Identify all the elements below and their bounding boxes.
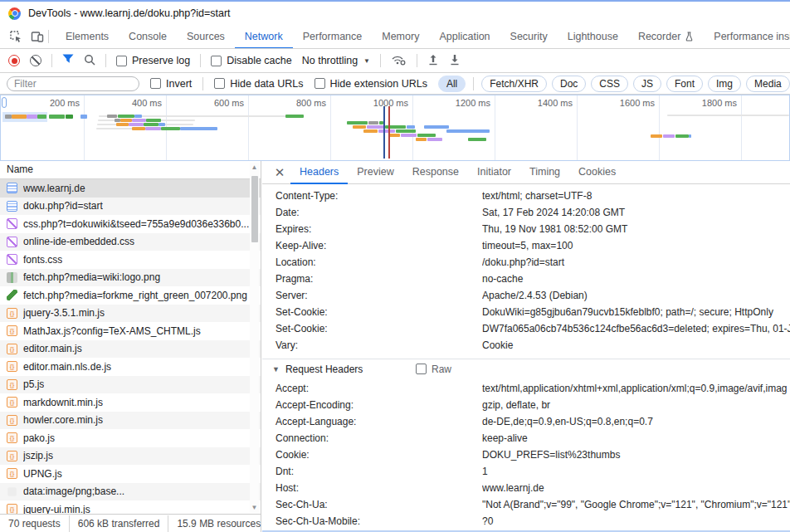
timeline-gridline bbox=[330, 95, 331, 160]
preserve-log-checkbox[interactable] bbox=[116, 56, 127, 66]
request-row[interactable]: editor.main.nls.de.js bbox=[0, 358, 261, 376]
tab-network[interactable]: Network bbox=[235, 25, 293, 49]
filter-type-font[interactable]: Font bbox=[666, 76, 703, 92]
waterfall-bar bbox=[107, 115, 117, 118]
request-row[interactable]: online-ide-embedded.css bbox=[0, 233, 261, 251]
name-column-header[interactable]: Name bbox=[0, 161, 261, 179]
filter-type-fetch-xhr[interactable]: Fetch/XHR bbox=[481, 76, 547, 92]
request-name: online-ide-embedded.css bbox=[23, 236, 134, 247]
request-row[interactable]: fetch.php?media=wiki:logo.png bbox=[0, 269, 261, 287]
request-row[interactable]: editor.main.js bbox=[0, 340, 261, 359]
header-value: keep-alive bbox=[482, 430, 790, 447]
tab-memory[interactable]: Memory bbox=[372, 25, 429, 49]
request-row[interactable]: www.learnj.de bbox=[0, 179, 261, 198]
clear-button[interactable] bbox=[30, 55, 41, 66]
request-name: howler.core.min.js bbox=[23, 414, 103, 426]
tab-performance[interactable]: Performance bbox=[293, 25, 373, 49]
header-name: Accept-Language: bbox=[262, 413, 482, 430]
waterfall-bar bbox=[129, 123, 144, 126]
details-tab-bar: ✕ HeadersPreviewResponseInitiatorTimingC… bbox=[262, 161, 790, 184]
raw-checkbox[interactable] bbox=[416, 364, 427, 374]
tab-console[interactable]: Console bbox=[119, 25, 177, 49]
waterfall-bar bbox=[180, 127, 217, 130]
filter-type-all[interactable]: All bbox=[438, 76, 466, 92]
request-row[interactable]: pako.js bbox=[0, 429, 261, 447]
disable-cache-checkbox[interactable] bbox=[211, 56, 222, 66]
request-row[interactable]: UPNG.js bbox=[0, 465, 261, 483]
header-name: Date: bbox=[262, 204, 482, 221]
request-row[interactable]: p5.js bbox=[0, 376, 261, 394]
detail-tab-preview[interactable]: Preview bbox=[348, 161, 402, 184]
hide-data-urls-toggle[interactable]: Hide data URLs bbox=[214, 78, 303, 90]
scrollbar[interactable]: ▲ ▼ bbox=[250, 163, 259, 513]
tab-security[interactable]: Security bbox=[500, 25, 558, 49]
filter-type-media[interactable]: Media bbox=[746, 76, 790, 92]
request-row[interactable]: markdownit.min.js bbox=[0, 393, 261, 412]
disclosure-triangle-icon[interactable]: ▼ bbox=[272, 365, 280, 373]
hide-extension-urls-checkbox[interactable] bbox=[315, 78, 325, 89]
tab-application[interactable]: Application bbox=[429, 25, 500, 49]
js-icon bbox=[7, 308, 17, 319]
close-icon[interactable]: ✕ bbox=[269, 165, 290, 180]
detail-tab-response[interactable]: Response bbox=[403, 161, 468, 184]
detail-tab-timing[interactable]: Timing bbox=[520, 161, 569, 184]
search-icon[interactable] bbox=[84, 54, 95, 68]
invert-toggle[interactable]: Invert bbox=[150, 78, 192, 90]
detail-tab-headers[interactable]: Headers bbox=[290, 161, 348, 184]
throttling-select[interactable]: No throttling ▼ bbox=[302, 55, 370, 66]
header-value: 1 bbox=[482, 463, 790, 480]
scroll-up-icon[interactable]: ▲ bbox=[250, 163, 259, 173]
request-row[interactable]: jszip.js bbox=[0, 447, 261, 466]
request-row[interactable]: jquery-3.5.1.min.js bbox=[0, 305, 261, 323]
overview-grip-handle[interactable] bbox=[2, 97, 7, 108]
disable-cache-toggle[interactable]: Disable cache bbox=[211, 55, 292, 66]
tab-lighthouse[interactable]: Lighthouse bbox=[558, 25, 628, 49]
request-row[interactable]: fonts.css bbox=[0, 251, 261, 269]
invert-checkbox[interactable] bbox=[150, 78, 161, 89]
import-har-icon[interactable] bbox=[427, 54, 439, 68]
hide-extension-urls-toggle[interactable]: Hide extension URLs bbox=[315, 78, 427, 90]
header-name: Accept-Encoding: bbox=[262, 397, 482, 413]
tab-sources[interactable]: Sources bbox=[177, 25, 235, 49]
request-name: fonts.css bbox=[23, 254, 62, 266]
detail-tab-cookies[interactable]: Cookies bbox=[569, 161, 625, 184]
network-overview-timeline[interactable]: 200 ms400 ms600 ms800 ms1000 ms1200 ms14… bbox=[0, 95, 790, 161]
export-har-icon[interactable] bbox=[449, 54, 461, 68]
request-row[interactable]: css.php?t=dokuwiki&tseed=755a9e9d036e336… bbox=[0, 215, 261, 233]
filter-type-doc[interactable]: Doc bbox=[552, 76, 586, 92]
request-row[interactable]: data:image/png;base... bbox=[0, 483, 261, 501]
inspect-icon[interactable] bbox=[5, 26, 27, 47]
raw-toggle[interactable]: Raw bbox=[416, 364, 451, 375]
tab-performance-insights[interactable]: Performance insights bbox=[704, 25, 790, 49]
header-row: Set-Cookie:DW7fa065a06cb74b536c124cfbe56… bbox=[262, 320, 790, 337]
scrollbar-thumb[interactable] bbox=[251, 176, 258, 242]
record-button[interactable] bbox=[8, 55, 20, 66]
scroll-down-icon[interactable]: ▼ bbox=[250, 503, 259, 513]
request-row[interactable]: howler.core.min.js bbox=[0, 412, 261, 430]
details-tabs: HeadersPreviewResponseInitiatorTimingCoo… bbox=[290, 161, 625, 183]
request-row[interactable]: fetch.php?media=forkme_right_green_00720… bbox=[0, 286, 261, 305]
network-conditions-icon[interactable] bbox=[391, 54, 407, 68]
waterfall-bar bbox=[347, 121, 368, 124]
tab-elements[interactable]: Elements bbox=[56, 25, 119, 49]
timeline-tick-label: 1800 ms bbox=[702, 98, 741, 108]
request-row[interactable]: MathJax.js?config=TeX-AMS_CHTML.js bbox=[0, 322, 261, 340]
tab-recorder[interactable]: Recorder bbox=[628, 25, 704, 49]
request-row[interactable]: jquery-ui.min.js bbox=[0, 500, 261, 514]
device-toolbar-icon[interactable] bbox=[27, 26, 48, 47]
divider bbox=[417, 54, 417, 67]
preserve-log-toggle[interactable]: Preserve log bbox=[116, 55, 190, 66]
filter-toggle-icon[interactable] bbox=[62, 54, 74, 67]
filter-input[interactable] bbox=[7, 76, 139, 91]
waterfall-bar bbox=[675, 134, 689, 138]
divider bbox=[105, 54, 106, 67]
waterfall-bar bbox=[667, 115, 789, 116]
hide-data-urls-checkbox[interactable] bbox=[214, 78, 225, 89]
request-row[interactable]: doku.php?id=start bbox=[0, 198, 261, 216]
request-headers-section-header[interactable]: ▼ Request Headers Raw bbox=[262, 359, 790, 378]
filter-type-css[interactable]: CSS bbox=[591, 76, 628, 92]
detail-tab-initiator[interactable]: Initiator bbox=[468, 161, 520, 184]
filter-type-js[interactable]: JS bbox=[633, 76, 661, 92]
header-name: Location: bbox=[262, 254, 482, 271]
filter-type-img[interactable]: Img bbox=[708, 76, 741, 92]
